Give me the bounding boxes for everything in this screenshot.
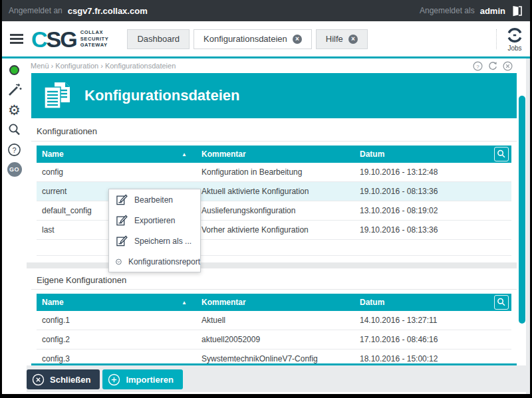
help-icon[interactable]: ? xyxy=(6,141,23,158)
context-menu: Bearbeiten Exportieren xyxy=(108,189,201,272)
breadcrumb-bar: Menü › Konfiguration › Konfigurationsdat… xyxy=(27,58,530,73)
app-window: Angemeldet an csgv7.fr.collax.com Angeme… xyxy=(2,0,530,394)
tab-close-icon[interactable]: × xyxy=(293,35,302,44)
edit-icon xyxy=(115,214,128,227)
table-header-row: Name ▲ Kommentar Datum xyxy=(37,146,511,163)
context-menu-item-speichern-als[interactable]: Speichern als ... xyxy=(109,231,200,251)
tab-dashboard[interactable]: Dashboard xyxy=(127,29,190,49)
logo[interactable]: CSG COLLAX SECURITY GATEWAY xyxy=(31,28,108,50)
column-header-datum[interactable]: Datum xyxy=(354,298,489,307)
close-circle-icon[interactable] xyxy=(503,61,513,71)
main-content: Konfigurationsdateien Konfigurationen Na… xyxy=(27,73,517,365)
search-icon xyxy=(497,298,506,307)
edit-icon xyxy=(115,235,128,248)
topbar: Angemeldet an csgv7.fr.collax.com Angeme… xyxy=(2,0,530,21)
config-files-icon xyxy=(43,82,74,110)
column-header-name[interactable]: Name ▲ xyxy=(37,149,196,159)
svg-text:?: ? xyxy=(476,63,479,69)
logged-in-at-label: Angemeldet an xyxy=(9,6,63,15)
sort-asc-icon: ▲ xyxy=(182,300,187,306)
table-search-button[interactable] xyxy=(494,295,509,310)
column-header-kommentar[interactable]: Kommentar xyxy=(196,298,354,307)
divider xyxy=(496,29,497,49)
scrollbar-thumb[interactable] xyxy=(519,96,525,324)
context-menu-item-bearbeiten[interactable]: Bearbeiten xyxy=(109,189,200,210)
plus-circle-icon xyxy=(108,373,120,386)
action-bar: Schließen Importieren xyxy=(27,365,530,392)
tab-hilfe[interactable]: Hilfe × xyxy=(316,29,368,49)
svg-text:?: ? xyxy=(12,146,16,153)
section-divider xyxy=(27,262,517,268)
eigene-konfigurationen-table: Name ▲ Kommentar Datum xyxy=(37,294,511,365)
import-button[interactable]: Importieren xyxy=(102,369,183,389)
wizard-wand-icon[interactable] xyxy=(6,81,23,98)
table-row[interactable]: config Konfiguration in Bearbeitung 19.1… xyxy=(37,163,511,182)
header: CSG COLLAX SECURITY GATEWAY Dashboard Ko… xyxy=(2,21,530,58)
screen: Angemeldet an csgv7.fr.collax.com Angeme… xyxy=(0,0,532,398)
clipped-content-edge xyxy=(31,363,517,365)
column-header-kommentar[interactable]: Kommentar xyxy=(196,149,354,159)
logo-sg: SG xyxy=(47,28,76,50)
jobs-spinner-icon xyxy=(506,27,523,44)
search-icon[interactable] xyxy=(6,121,23,138)
tab-bar: Dashboard Konfigurationsdateien × Hilfe … xyxy=(127,29,367,49)
chevron-down-circle-icon xyxy=(115,255,122,268)
help-circle-icon[interactable]: ? xyxy=(473,61,483,71)
logo-wordmark: COLLAX SECURITY GATEWAY xyxy=(80,29,109,48)
section-title: Eigene Konfigurationen xyxy=(31,268,517,290)
jobs-button[interactable]: Jobs xyxy=(506,27,523,52)
logo-c: C xyxy=(31,28,47,50)
page-title-band: Konfigurationsdateien xyxy=(31,73,517,118)
settings-gear-icon[interactable]: ⚙ xyxy=(6,101,23,118)
column-header-datum[interactable]: Datum xyxy=(354,149,489,159)
breadcrumb[interactable]: Menü › Konfiguration › Konfigurationsdat… xyxy=(31,62,176,70)
sidebar: ⚙ ? GO xyxy=(2,58,27,394)
hostname: csgv7.fr.collax.com xyxy=(68,6,148,16)
table-search-button[interactable] xyxy=(494,147,509,161)
close-circle-icon xyxy=(32,373,45,386)
column-header-name[interactable]: Name ▲ xyxy=(37,298,196,307)
hamburger-menu-icon[interactable] xyxy=(10,32,23,47)
scrollbar-track[interactable] xyxy=(526,58,530,394)
tab-konfigurationsdateien[interactable]: Konfigurationsdateien × xyxy=(194,29,312,49)
section-konfigurationen: Konfigurationen Name ▲ Kommentar Datum xyxy=(31,118,517,262)
tab-close-icon[interactable]: × xyxy=(348,35,358,44)
close-button[interactable]: Schließen xyxy=(27,369,100,389)
section-title: Konfigurationen xyxy=(31,118,517,142)
search-icon xyxy=(497,149,506,159)
table-row[interactable]: config.1 Aktuell 14.10.2016 - 13:27:11 xyxy=(37,311,511,330)
sort-asc-icon: ▲ xyxy=(182,151,187,157)
logout-door-icon[interactable] xyxy=(512,5,522,17)
username: admin xyxy=(480,6,505,16)
table-row[interactable]: config.2 aktuell20052009 17.10.2016 - 08… xyxy=(37,330,511,349)
refresh-icon[interactable] xyxy=(487,61,498,71)
content-column: Menü › Konfiguration › Konfigurationsdat… xyxy=(27,58,530,394)
status-indicator-icon[interactable] xyxy=(6,61,23,78)
table-header-row: Name ▲ Kommentar Datum xyxy=(37,294,511,311)
logged-in-as-label: Angemeldet als xyxy=(420,6,475,15)
context-menu-item-konfigurationsreport[interactable]: Konfigurationsreport xyxy=(109,251,200,272)
edit-icon xyxy=(115,193,128,207)
go-badge[interactable]: GO xyxy=(6,161,23,178)
context-menu-item-exportieren[interactable]: Exportieren xyxy=(109,210,200,231)
section-eigene-konfigurationen: Eigene Konfigurationen Name ▲ Kommentar … xyxy=(31,268,517,365)
page-title: Konfigurationsdateien xyxy=(84,87,239,104)
